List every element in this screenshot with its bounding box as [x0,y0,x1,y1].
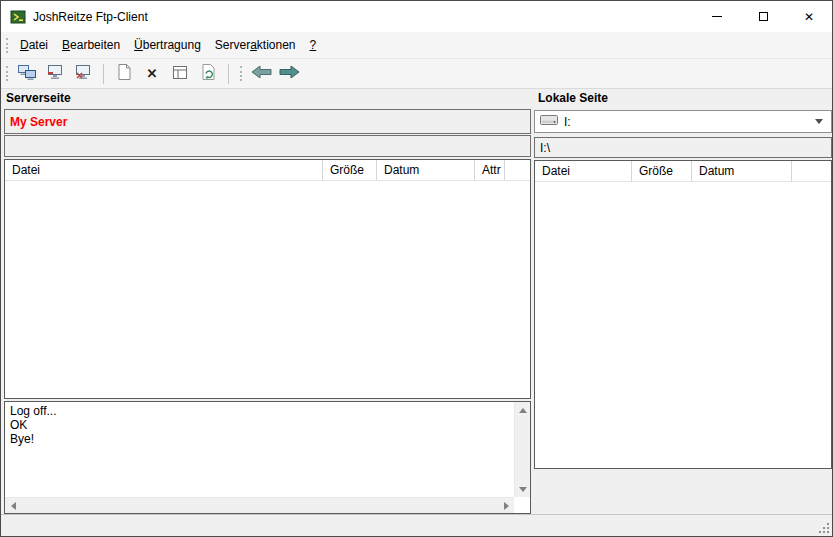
chevron-left-icon [11,502,16,510]
transfer-log[interactable]: Log off... OK Bye! [4,401,531,514]
chevron-down-icon [519,487,527,492]
log-vertical-scrollbar[interactable] [514,402,530,497]
drive-select[interactable]: I: [534,110,832,133]
column-header-datei[interactable]: Datei [535,161,632,181]
local-file-list[interactable]: Datei Größe Datum [534,160,832,469]
new-file-button[interactable] [110,61,138,87]
new-file-icon [117,63,132,84]
window-title: JoshReitze Ftp-Client [33,10,148,24]
abort-connection-button[interactable] [69,61,97,87]
arrow-left-icon [250,64,273,83]
column-header-datum[interactable]: Datum [692,161,792,181]
log-lines: Log off... OK Bye! [5,402,530,448]
menu-bearbeiten-label: Bearbeiten [62,38,120,52]
column-header-groesse[interactable]: Größe [323,160,377,180]
delete-icon: ✕ [147,66,158,81]
scroll-down-button[interactable] [515,481,531,497]
toolbar-separator [228,64,229,84]
local-path-bar: I:\ [534,137,832,158]
log-line: OK [10,418,525,432]
close-button[interactable]: ✕ [786,1,832,32]
server-name: My Server [10,115,67,129]
column-header-spacer [792,161,831,181]
delete-button[interactable]: ✕ [138,61,166,87]
toolbar-separator [103,64,104,84]
toolbar: ✕ [1,58,832,89]
server-file-list[interactable]: Datei Größe Datum Attr [4,159,531,399]
menu-help[interactable]: ? [303,32,324,58]
minimize-icon [712,16,722,17]
column-header-attr[interactable]: Attr [475,160,505,180]
toolbar-grip-handle[interactable] [6,66,8,81]
disconnect-server-icon [46,64,64,83]
connect-server-button[interactable] [13,61,41,87]
transfer-to-server-button[interactable] [275,61,303,87]
menu-serveraktionen[interactable]: Serveraktionen [208,32,303,58]
menu-help-label: ? [310,38,317,52]
server-path-bar [4,135,531,157]
server-name-bar: My Server [4,109,531,134]
maximize-button[interactable] [740,1,786,32]
local-path: I:\ [540,141,550,155]
arrow-right-icon [278,64,301,83]
status-bar [1,514,832,536]
disconnect-server-button[interactable] [41,61,69,87]
server-pane-title: Serverseite [6,91,71,105]
refresh-icon [201,63,216,84]
log-line: Log off... [10,404,525,418]
app-icon [10,9,26,25]
column-header-datum[interactable]: Datum [377,160,475,180]
server-pane: My Server Datei Größe Datum Attr Log off… [4,108,531,514]
column-header-spacer [505,160,530,180]
close-icon: ✕ [804,11,814,23]
column-header-datei[interactable]: Datei [5,160,323,180]
drive-selected-value: I: [564,115,571,129]
toolbar-grip-handle[interactable] [240,66,242,81]
maximize-icon [759,12,768,21]
connect-server-icon [17,64,37,84]
transfer-to-local-button[interactable] [247,61,275,87]
scroll-up-button[interactable] [515,402,531,418]
scroll-right-button[interactable] [498,498,514,514]
local-pane-title: Lokale Seite [538,91,608,105]
menu-uebertragung[interactable]: Übertragung [127,32,208,58]
server-list-header: Datei Größe Datum Attr [5,160,530,181]
chevron-right-icon [504,502,509,510]
save-icon [172,65,188,83]
menu-grip-handle[interactable] [6,38,8,53]
chevron-up-icon [519,408,527,413]
local-list-body[interactable] [535,182,831,468]
refresh-button[interactable] [194,61,222,87]
app-window: JoshReitze Ftp-Client ✕ Datei Bearbeiten… [0,0,833,537]
chevron-down-icon [815,119,823,124]
minimize-button[interactable] [694,1,740,32]
menu-bar: Datei Bearbeiten Übertragung Serveraktio… [1,32,832,58]
log-line: Bye! [10,432,525,446]
local-pane: I: I:\ Datei Größe Datum [534,108,832,514]
log-horizontal-scrollbar[interactable] [5,497,514,513]
menu-uebertragung-label: Übertragung [134,38,201,52]
abort-connection-icon [74,64,92,83]
save-button[interactable] [166,61,194,87]
title-bar: JoshReitze Ftp-Client ✕ [1,1,832,32]
menu-datei[interactable]: Datei [13,32,55,58]
server-list-body[interactable] [5,181,530,398]
drive-icon [540,114,558,129]
menu-bearbeiten[interactable]: Bearbeiten [55,32,127,58]
resize-grip[interactable] [817,521,830,534]
menu-serveraktionen-label: Serveraktionen [215,38,296,52]
window-controls: ✕ [694,1,832,32]
column-header-groesse[interactable]: Größe [632,161,692,181]
local-list-header: Datei Größe Datum [535,161,831,182]
menu-datei-label: Datei [20,38,48,52]
scroll-left-button[interactable] [5,498,21,514]
